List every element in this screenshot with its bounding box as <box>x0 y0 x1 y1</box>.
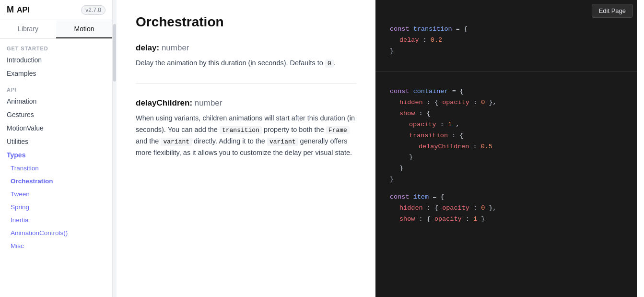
sidebar-scrollbar-thumb <box>113 24 116 82</box>
sidebar-item-introduction[interactable]: Introduction <box>0 53 112 67</box>
sidebar-item-gestures[interactable]: Gestures <box>0 108 112 121</box>
tabs-row: Library Motion <box>0 20 112 39</box>
default-value: 0 <box>325 59 334 68</box>
tab-library[interactable]: Library <box>0 20 56 38</box>
main-content: Orchestration delay: number Delay the an… <box>117 0 375 297</box>
var-transition: transition <box>413 25 452 33</box>
code-line-i2: hidden : { opacity : 0 }, <box>390 203 622 214</box>
sidebar-item-animation[interactable]: Animation <box>0 95 112 108</box>
code-line-c5: transition : { <box>390 131 622 142</box>
edit-page-button[interactable]: Edit Page <box>592 4 633 18</box>
page-title: Orchestration <box>136 14 356 30</box>
kw-const: const <box>390 25 410 33</box>
prop-delay: delay: number Delay the animation by thi… <box>136 43 356 69</box>
prop-delay-children-type: number <box>195 98 222 107</box>
code-line-i1: const item = { <box>390 192 622 203</box>
tab-motion[interactable]: Motion <box>56 20 112 38</box>
code-line-2: delay : 0.2 <box>390 35 622 46</box>
sidebar-item-tween[interactable]: Tween <box>0 188 112 201</box>
code-transition: transition <box>220 126 262 134</box>
code-panel: Edit Page const transition = { delay : 0… <box>375 0 637 297</box>
code-line-c1: const container = { <box>390 86 622 97</box>
prop-delay-heading: delay: number <box>136 43 356 53</box>
sidebar-item-spring[interactable]: Spring <box>0 201 112 214</box>
prop-delay-desc: Delay the animation by this duration (in… <box>136 58 356 69</box>
sidebar-item-misc[interactable]: Misc <box>0 239 112 252</box>
section-get-started: GET STARTED <box>0 39 112 53</box>
sidebar: M API v2.7.0 Library Motion GET STARTED … <box>0 0 113 297</box>
code-variant: variant <box>161 138 192 146</box>
logo-area: M API <box>7 5 30 15</box>
sidebar-scrollbar[interactable] <box>113 0 117 297</box>
prop-delay-type: number <box>162 43 189 52</box>
code-line-c6: delayChildren : 0.5 <box>390 142 622 153</box>
code-line-c7: } <box>390 152 622 163</box>
sidebar-item-animationcontrols[interactable]: AnimationControls() <box>0 226 112 239</box>
sidebar-header: M API v2.7.0 <box>0 0 112 20</box>
sidebar-item-transition[interactable]: Transition <box>0 162 112 175</box>
sidebar-item-examples[interactable]: Examples <box>0 67 112 80</box>
prop-delay-children-desc: When using variants, children animations… <box>136 113 356 159</box>
section-api: API <box>0 80 112 95</box>
prop-delay-children-name: delayChildren: <box>136 98 192 107</box>
sidebar-item-inertia[interactable]: Inertia <box>0 214 112 226</box>
code-line-c8: } <box>390 163 622 174</box>
section-divider <box>136 83 356 84</box>
sidebar-item-utilities[interactable]: Utilities <box>0 135 112 148</box>
prop-delay-children-heading: delayChildren: number <box>136 98 356 108</box>
prop-delay-name: delay: <box>136 43 159 52</box>
logo-icon: M <box>7 5 14 15</box>
code-line-i3: show : { opacity : 1 } <box>390 214 622 225</box>
code-line-c2: hidden : { opacity : 0 }, <box>390 97 622 108</box>
code-line-1: const transition = { <box>390 24 622 35</box>
code-line-c9: } <box>390 174 622 185</box>
prop-delay-children: delayChildren: number When using variant… <box>136 98 356 159</box>
code-line-c4: opacity : 1 , <box>390 119 622 131</box>
sidebar-item-types[interactable]: Types <box>0 148 112 162</box>
code-frame: Frame <box>326 126 350 134</box>
sidebar-item-motionvalue[interactable]: MotionValue <box>0 121 112 135</box>
sidebar-nav: GET STARTED Introduction Examples API An… <box>0 39 112 297</box>
logo-text: API <box>17 6 30 14</box>
version-badge: v2.7.0 <box>81 5 105 15</box>
code-line-3: } <box>390 46 622 57</box>
code-block-delay-children: const container = { hidden : { opacity :… <box>375 71 637 239</box>
sidebar-item-orchestration[interactable]: Orchestration <box>0 175 112 188</box>
code-line-c3: show : { <box>390 108 622 119</box>
code-spacer <box>390 185 622 192</box>
code-variant2: variant <box>267 138 298 146</box>
